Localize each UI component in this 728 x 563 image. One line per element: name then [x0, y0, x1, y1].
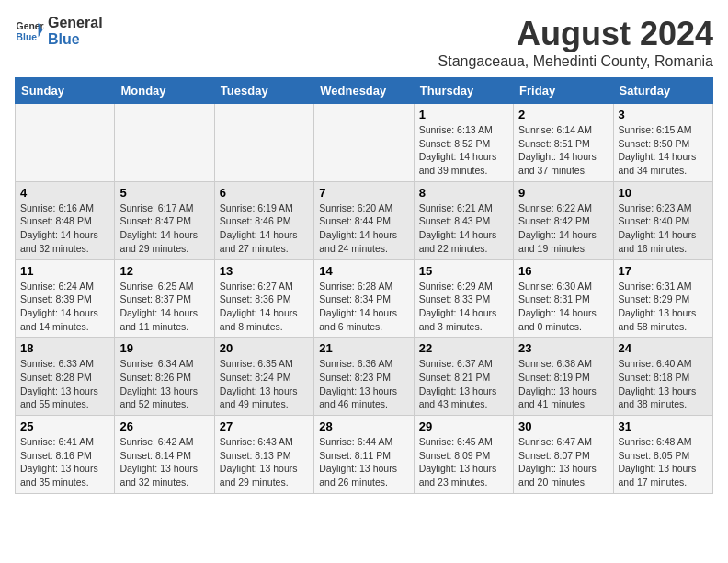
- week-row-2: 4Sunrise: 6:16 AM Sunset: 8:48 PM Daylig…: [16, 181, 713, 259]
- day-cell: 16Sunrise: 6:30 AM Sunset: 8:31 PM Dayli…: [514, 259, 613, 338]
- day-number: 12: [119, 264, 209, 278]
- day-cell: 21Sunrise: 6:36 AM Sunset: 8:23 PM Dayli…: [314, 338, 414, 416]
- day-number: 28: [319, 419, 408, 433]
- main-title: August 2024: [438, 15, 713, 53]
- day-number: 24: [619, 341, 708, 355]
- title-area: August 2024 Stangaceaua, Mehedinti Count…: [438, 15, 713, 70]
- day-number: 10: [619, 186, 708, 200]
- day-cell: 23Sunrise: 6:38 AM Sunset: 8:19 PM Dayli…: [514, 338, 613, 416]
- day-info: Sunrise: 6:33 AM Sunset: 8:28 PM Dayligh…: [20, 357, 109, 411]
- svg-text:Blue: Blue: [17, 32, 38, 42]
- day-cell: [214, 104, 313, 182]
- day-cell: 11Sunrise: 6:24 AM Sunset: 8:39 PM Dayli…: [16, 259, 115, 338]
- day-number: 21: [319, 341, 408, 355]
- day-info: Sunrise: 6:17 AM Sunset: 8:47 PM Dayligh…: [119, 201, 209, 256]
- day-cell: 20Sunrise: 6:35 AM Sunset: 8:24 PM Dayli…: [214, 338, 313, 416]
- week-row-3: 11Sunrise: 6:24 AM Sunset: 8:39 PM Dayli…: [16, 259, 713, 338]
- day-number: 29: [419, 419, 508, 433]
- day-info: Sunrise: 6:43 AM Sunset: 8:13 PM Dayligh…: [220, 435, 309, 489]
- day-number: 13: [220, 264, 309, 278]
- day-cell: 31Sunrise: 6:48 AM Sunset: 8:05 PM Dayli…: [613, 416, 712, 494]
- day-number: 1: [419, 108, 508, 121]
- day-cell: 6Sunrise: 6:19 AM Sunset: 8:46 PM Daylig…: [214, 181, 313, 259]
- day-info: Sunrise: 6:41 AM Sunset: 8:16 PM Dayligh…: [20, 435, 109, 489]
- day-cell: 18Sunrise: 6:33 AM Sunset: 8:28 PM Dayli…: [16, 338, 115, 416]
- day-number: 7: [319, 186, 408, 200]
- header-day-monday: Monday: [115, 78, 214, 104]
- day-info: Sunrise: 6:30 AM Sunset: 8:31 PM Dayligh…: [518, 280, 608, 334]
- day-info: Sunrise: 6:15 AM Sunset: 8:50 PM Dayligh…: [619, 123, 708, 178]
- day-number: 5: [119, 186, 209, 200]
- day-number: 4: [20, 186, 109, 200]
- day-number: 16: [518, 264, 608, 278]
- day-cell: 10Sunrise: 6:23 AM Sunset: 8:40 PM Dayli…: [613, 181, 712, 259]
- day-info: Sunrise: 6:48 AM Sunset: 8:05 PM Dayligh…: [619, 435, 708, 489]
- day-info: Sunrise: 6:23 AM Sunset: 8:40 PM Dayligh…: [619, 201, 708, 256]
- day-number: 22: [419, 341, 508, 355]
- header-day-wednesday: Wednesday: [314, 78, 414, 104]
- day-info: Sunrise: 6:47 AM Sunset: 8:07 PM Dayligh…: [518, 435, 608, 489]
- header: General Blue General Blue August 2024 St…: [15, 15, 713, 70]
- day-number: 18: [20, 341, 109, 355]
- logo-icon: General Blue: [15, 17, 44, 46]
- day-cell: 25Sunrise: 6:41 AM Sunset: 8:16 PM Dayli…: [16, 416, 115, 494]
- week-row-5: 25Sunrise: 6:41 AM Sunset: 8:16 PM Dayli…: [16, 416, 713, 494]
- day-info: Sunrise: 6:29 AM Sunset: 8:33 PM Dayligh…: [419, 280, 508, 334]
- day-info: Sunrise: 6:28 AM Sunset: 8:34 PM Dayligh…: [319, 280, 408, 334]
- day-number: 8: [419, 186, 508, 200]
- day-number: 14: [319, 264, 408, 278]
- day-cell: 14Sunrise: 6:28 AM Sunset: 8:34 PM Dayli…: [314, 259, 414, 338]
- day-number: 26: [119, 419, 209, 433]
- day-cell: 30Sunrise: 6:47 AM Sunset: 8:07 PM Dayli…: [514, 416, 613, 494]
- header-day-friday: Friday: [514, 78, 613, 104]
- week-row-1: 1Sunrise: 6:13 AM Sunset: 8:52 PM Daylig…: [16, 104, 713, 182]
- day-info: Sunrise: 6:38 AM Sunset: 8:19 PM Dayligh…: [518, 357, 608, 411]
- subtitle: Stangaceaua, Mehedinti County, Romania: [438, 53, 713, 70]
- day-number: 9: [518, 186, 608, 200]
- calendar-table: SundayMondayTuesdayWednesdayThursdayFrid…: [15, 77, 713, 494]
- day-cell: 27Sunrise: 6:43 AM Sunset: 8:13 PM Dayli…: [214, 416, 313, 494]
- day-info: Sunrise: 6:14 AM Sunset: 8:51 PM Dayligh…: [518, 123, 608, 178]
- day-info: Sunrise: 6:34 AM Sunset: 8:26 PM Dayligh…: [119, 357, 209, 411]
- day-info: Sunrise: 6:45 AM Sunset: 8:09 PM Dayligh…: [419, 435, 508, 489]
- day-number: 15: [419, 264, 508, 278]
- day-info: Sunrise: 6:22 AM Sunset: 8:42 PM Dayligh…: [518, 201, 608, 256]
- header-day-sunday: Sunday: [16, 78, 115, 104]
- day-cell: 7Sunrise: 6:20 AM Sunset: 8:44 PM Daylig…: [314, 181, 414, 259]
- day-cell: 12Sunrise: 6:25 AM Sunset: 8:37 PM Dayli…: [115, 259, 214, 338]
- day-cell: 4Sunrise: 6:16 AM Sunset: 8:48 PM Daylig…: [16, 181, 115, 259]
- day-info: Sunrise: 6:44 AM Sunset: 8:11 PM Dayligh…: [319, 435, 408, 489]
- day-info: Sunrise: 6:40 AM Sunset: 8:18 PM Dayligh…: [619, 357, 708, 411]
- week-row-4: 18Sunrise: 6:33 AM Sunset: 8:28 PM Dayli…: [16, 338, 713, 416]
- day-cell: 13Sunrise: 6:27 AM Sunset: 8:36 PM Dayli…: [214, 259, 313, 338]
- day-info: Sunrise: 6:20 AM Sunset: 8:44 PM Dayligh…: [319, 201, 408, 256]
- day-cell: 19Sunrise: 6:34 AM Sunset: 8:26 PM Dayli…: [115, 338, 214, 416]
- day-number: 30: [518, 419, 608, 433]
- day-number: 27: [220, 419, 309, 433]
- day-number: 11: [20, 264, 109, 278]
- day-info: Sunrise: 6:25 AM Sunset: 8:37 PM Dayligh…: [119, 280, 209, 334]
- logo: General Blue General Blue: [15, 15, 103, 48]
- day-cell: 22Sunrise: 6:37 AM Sunset: 8:21 PM Dayli…: [414, 338, 513, 416]
- day-cell: 24Sunrise: 6:40 AM Sunset: 8:18 PM Dayli…: [613, 338, 712, 416]
- calendar-body: 1Sunrise: 6:13 AM Sunset: 8:52 PM Daylig…: [16, 104, 713, 494]
- day-number: 19: [119, 341, 209, 355]
- header-day-saturday: Saturday: [613, 78, 712, 104]
- header-day-thursday: Thursday: [414, 78, 513, 104]
- day-info: Sunrise: 6:36 AM Sunset: 8:23 PM Dayligh…: [319, 357, 408, 411]
- day-number: 17: [619, 264, 708, 278]
- day-number: 2: [518, 108, 608, 121]
- day-cell: 3Sunrise: 6:15 AM Sunset: 8:50 PM Daylig…: [613, 104, 712, 182]
- day-number: 25: [20, 419, 109, 433]
- day-number: 6: [220, 186, 309, 200]
- day-info: Sunrise: 6:13 AM Sunset: 8:52 PM Dayligh…: [419, 123, 508, 178]
- day-cell: 5Sunrise: 6:17 AM Sunset: 8:47 PM Daylig…: [115, 181, 214, 259]
- day-number: 31: [619, 419, 708, 433]
- day-cell: 1Sunrise: 6:13 AM Sunset: 8:52 PM Daylig…: [414, 104, 513, 182]
- day-cell: 9Sunrise: 6:22 AM Sunset: 8:42 PM Daylig…: [514, 181, 613, 259]
- day-info: Sunrise: 6:42 AM Sunset: 8:14 PM Dayligh…: [119, 435, 209, 489]
- day-info: Sunrise: 6:21 AM Sunset: 8:43 PM Dayligh…: [419, 201, 508, 256]
- logo-general: General: [48, 15, 103, 31]
- day-cell: 17Sunrise: 6:31 AM Sunset: 8:29 PM Dayli…: [613, 259, 712, 338]
- day-cell: 29Sunrise: 6:45 AM Sunset: 8:09 PM Dayli…: [414, 416, 513, 494]
